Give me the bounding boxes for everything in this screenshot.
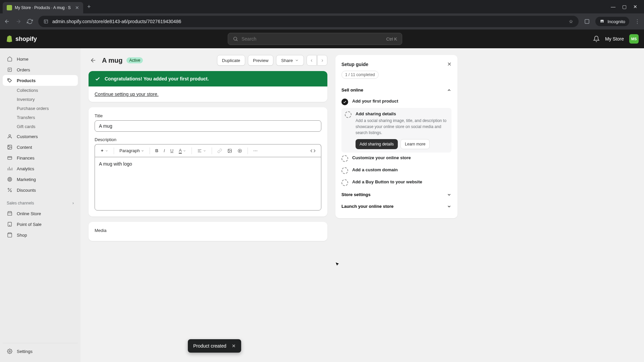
share-button[interactable]: Share	[276, 55, 304, 66]
app-header: shopify Ctrl K My Store MS	[0, 29, 644, 48]
rte-align[interactable]	[195, 147, 208, 155]
toast-close-icon[interactable]: ✕	[232, 343, 236, 349]
svg-rect-1	[585, 19, 589, 23]
rte-html-toggle[interactable]	[308, 147, 318, 155]
rte-more[interactable]: ⋯	[251, 147, 260, 155]
minimize-icon[interactable]: —	[611, 4, 615, 9]
preview-button[interactable]: Preview	[248, 55, 273, 66]
site-settings-icon[interactable]	[44, 19, 48, 24]
app-body: Home Orders Products Collections Invento…	[0, 48, 644, 362]
tab-title: My Store · Products · A mug · S	[15, 5, 72, 10]
browser-nav-bar: admin.shopify.com/store/de8143-a6/produc…	[0, 13, 644, 29]
page-title: A mug	[102, 57, 122, 64]
store-icon	[7, 210, 13, 217]
new-tab-button[interactable]: +	[87, 3, 91, 10]
pager-prev[interactable]: ‹	[307, 55, 317, 66]
orders-icon	[7, 67, 13, 73]
forward-icon[interactable]	[15, 18, 21, 24]
duplicate-button[interactable]: Duplicate	[217, 55, 245, 66]
close-window-icon[interactable]: ✕	[633, 4, 637, 9]
chevron-down-icon	[447, 204, 451, 209]
extensions-icon[interactable]	[584, 18, 590, 24]
sidebar-item-content[interactable]: Content	[3, 142, 78, 153]
sidebar-item-products[interactable]: Products	[3, 75, 78, 86]
setup-step-first-product[interactable]: Add your first product	[341, 96, 451, 108]
setup-section-sell-online[interactable]: Sell online	[341, 84, 451, 96]
title-input[interactable]	[95, 120, 321, 132]
rte-video[interactable]	[235, 147, 244, 155]
search-input[interactable]	[241, 36, 383, 42]
reload-icon[interactable]	[27, 18, 33, 24]
banner-link[interactable]: Continue setting up your store.	[95, 92, 159, 97]
incognito-icon	[599, 19, 605, 24]
bookmark-icon[interactable]: ☆	[569, 19, 573, 24]
rte-paragraph-select[interactable]: Paragraph	[117, 147, 146, 155]
rte-color[interactable]: A	[177, 146, 188, 155]
browser-chrome: My Store · Products · A mug · S ✕ + — ▢ …	[0, 0, 644, 29]
app-container: shopify Ctrl K My Store MS Home Orders P…	[0, 29, 644, 362]
description-label: Description	[95, 137, 321, 142]
sidebar-item-settings[interactable]: Settings	[3, 346, 78, 357]
sales-channels-header[interactable]: Sales channels›	[3, 195, 78, 208]
sidebar-item-customers[interactable]: Customers	[3, 131, 78, 142]
marketing-icon	[7, 176, 13, 182]
avatar[interactable]: MS	[629, 34, 639, 44]
sidebar-item-shop[interactable]: Shop	[3, 230, 78, 240]
sidebar-item-online-store[interactable]: Online Store	[3, 208, 78, 219]
banner-top: Congratulations! You added your first pr…	[89, 71, 327, 86]
url-bar[interactable]: admin.shopify.com/store/de8143-a6/produc…	[38, 16, 579, 27]
home-icon	[7, 56, 13, 62]
sidebar-item-home[interactable]: Home	[3, 54, 78, 64]
maximize-icon[interactable]: ▢	[622, 4, 627, 9]
shopify-logo[interactable]: shopify	[5, 35, 37, 43]
notifications-icon[interactable]	[593, 36, 600, 42]
sidebar-sub-collections[interactable]: Collections	[3, 86, 78, 95]
rte-toolbar: ✦ Paragraph B I U A ⋯	[95, 144, 321, 157]
rte-bold[interactable]: B	[153, 147, 160, 155]
svg-point-6	[8, 79, 9, 80]
browser-tab[interactable]: My Store · Products · A mug · S ✕	[3, 2, 83, 13]
header-right: My Store MS	[593, 34, 639, 44]
close-setup-icon[interactable]: ✕	[447, 61, 451, 67]
setup-step-buy-button[interactable]: Add a Buy Button to your website	[341, 177, 451, 189]
close-tab-icon[interactable]: ✕	[75, 5, 79, 10]
rte-image[interactable]	[225, 147, 234, 155]
store-name[interactable]: My Store	[605, 36, 624, 42]
svg-rect-0	[44, 20, 48, 23]
rte-magic-icon[interactable]: ✦	[98, 147, 110, 155]
setup-step-domain[interactable]: Add a custom domain	[341, 165, 451, 177]
sidebar-item-orders[interactable]: Orders	[3, 64, 78, 75]
pager-next[interactable]: ›	[317, 55, 327, 66]
sidebar-sub-transfers[interactable]: Transfers	[3, 113, 78, 122]
sidebar-sub-purchase-orders[interactable]: Purchase orders	[3, 104, 78, 113]
back-arrow-icon[interactable]	[89, 56, 98, 65]
pos-icon	[7, 221, 13, 227]
back-icon[interactable]	[4, 18, 10, 24]
svg-point-19	[238, 149, 242, 153]
finances-icon	[7, 155, 13, 161]
search-box[interactable]: Ctrl K	[228, 33, 402, 45]
browser-menu-icon[interactable]: ⋮	[635, 18, 640, 25]
setup-section-store-settings[interactable]: Store settings	[341, 189, 451, 200]
svg-point-13	[9, 179, 10, 179]
sidebar-item-marketing[interactable]: Marketing	[3, 174, 78, 185]
incognito-badge[interactable]: Incognito	[595, 17, 629, 26]
rte-underline[interactable]: U	[168, 147, 175, 155]
setup-section-launch[interactable]: Launch your online store	[341, 200, 451, 212]
learn-more-button[interactable]: Learn more	[400, 139, 430, 149]
setup-step-customize[interactable]: Customize your online store	[341, 153, 451, 165]
sidebar-item-pos[interactable]: Point of Sale	[3, 219, 78, 230]
rte-italic[interactable]: I	[162, 147, 167, 155]
rte-link[interactable]	[215, 147, 224, 155]
sidebar-sub-gift-cards[interactable]: Gift cards	[3, 122, 78, 131]
sidebar-sub-inventory[interactable]: Inventory	[3, 95, 78, 104]
description-editor[interactable]: A mug with logo	[95, 157, 321, 210]
sidebar-item-finances[interactable]: Finances	[3, 153, 78, 163]
setup-step-sharing[interactable]: Add sharing details Add a social sharing…	[341, 108, 451, 153]
page-header: A mug Active Duplicate Preview Share ‹ ›	[89, 55, 327, 66]
sidebar-item-analytics[interactable]: Analytics	[3, 163, 78, 174]
add-sharing-button[interactable]: Add sharing details	[356, 139, 398, 149]
step-check-empty	[341, 179, 348, 186]
step-check-empty	[345, 111, 352, 118]
sidebar-item-discounts[interactable]: Discounts	[3, 185, 78, 195]
